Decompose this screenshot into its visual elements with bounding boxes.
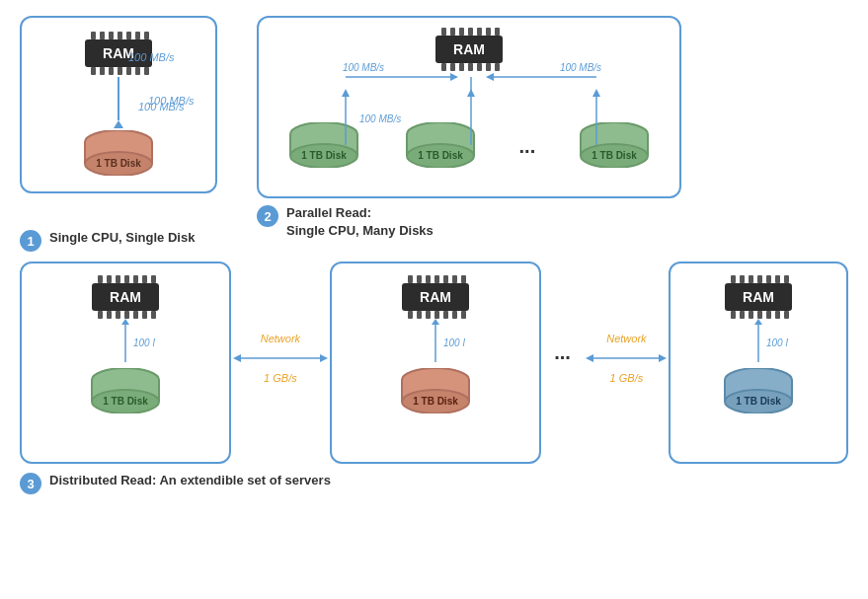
svg-rect-15 xyxy=(144,67,149,75)
diagram3-title: Distributed Read: An extendible set of s… xyxy=(49,472,331,489)
svg-rect-138 xyxy=(757,311,762,319)
svg-rect-103 xyxy=(452,275,457,283)
svg-rect-27 xyxy=(486,28,491,36)
svg-rect-113 xyxy=(461,311,466,319)
svg-rect-75 xyxy=(142,275,147,283)
svg-text:RAM: RAM xyxy=(110,289,141,305)
svg-text:1 TB Disk: 1 TB Disk xyxy=(96,158,141,169)
svg-text:1 TB Disk: 1 TB Disk xyxy=(736,396,781,407)
svg-rect-4 xyxy=(126,32,131,39)
svg-rect-14 xyxy=(135,67,140,75)
svg-rect-139 xyxy=(766,311,771,319)
server2-box: RAM 100 MB/s xyxy=(330,262,541,464)
svg-rect-73 xyxy=(124,275,129,283)
diagram3-section: RAM 100 MB/s xyxy=(20,262,848,494)
svg-rect-141 xyxy=(784,311,789,319)
disk-svg-3b: 1 TB Disk xyxy=(398,368,473,413)
svg-rect-128 xyxy=(749,275,753,283)
svg-rect-13 xyxy=(126,67,131,75)
svg-marker-97 xyxy=(320,354,328,362)
v-arrow-3a: 100 MB/s xyxy=(96,319,155,368)
svg-rect-136 xyxy=(740,311,745,319)
svg-rect-85 xyxy=(151,311,156,319)
svg-marker-124 xyxy=(586,354,593,362)
v-arrow-3c: 100 MB/s xyxy=(729,319,788,368)
svg-rect-12 xyxy=(118,67,122,75)
diagram1-section: RAM 100 xyxy=(20,16,217,252)
svg-rect-9 xyxy=(91,67,96,75)
svg-rect-81 xyxy=(116,311,120,319)
svg-text:RAM: RAM xyxy=(743,289,774,305)
svg-marker-87 xyxy=(121,319,129,325)
svg-rect-112 xyxy=(452,311,457,319)
svg-rect-24 xyxy=(459,28,464,36)
ram-chip-3b: RAM xyxy=(400,275,471,319)
svg-rect-126 xyxy=(731,275,736,283)
svg-rect-131 xyxy=(775,275,780,283)
v-arrow-3b: 100 MB/s xyxy=(406,319,465,368)
svg-rect-28 xyxy=(495,28,500,36)
svg-rect-2 xyxy=(109,32,114,39)
svg-text:100 MB/s: 100 MB/s xyxy=(560,62,601,73)
svg-rect-70 xyxy=(98,275,103,283)
svg-rect-10 xyxy=(100,67,105,75)
svg-rect-129 xyxy=(757,275,762,283)
svg-text:100 MB/s: 100 MB/s xyxy=(359,113,401,124)
svg-rect-11 xyxy=(109,67,114,75)
h-arrow-svg-1 xyxy=(231,348,330,368)
svg-text:RAM: RAM xyxy=(420,289,451,305)
svg-marker-42 xyxy=(486,73,494,81)
diagram3-boxes-row: RAM 100 MB/s xyxy=(20,262,848,464)
svg-rect-137 xyxy=(749,311,753,319)
svg-rect-76 xyxy=(151,275,156,283)
top-row: RAM 100 xyxy=(20,16,848,252)
svg-marker-143 xyxy=(754,319,762,325)
svg-rect-108 xyxy=(417,311,422,319)
dots-3: ... xyxy=(541,242,585,464)
diagram2-section: RAM 100 MB/s xyxy=(257,16,681,252)
diagram1-box: RAM 100 xyxy=(20,16,217,193)
diagram2-title: Parallel Read: Single CPU, Many Disks xyxy=(286,204,434,240)
diagram2-box: RAM 100 MB/s xyxy=(257,16,681,198)
disk-svg-3a: 1 TB Disk xyxy=(88,368,163,413)
svg-rect-80 xyxy=(107,311,112,319)
svg-marker-51 xyxy=(592,89,600,97)
main-container: RAM 100 xyxy=(0,0,868,599)
ram-chip-3c: RAM xyxy=(723,275,794,319)
svg-text:100 MB/s: 100 MB/s xyxy=(343,62,384,73)
arrow-up-1 xyxy=(114,77,123,128)
svg-rect-79 xyxy=(98,311,103,319)
svg-rect-83 xyxy=(133,311,138,319)
network-speed-1: 1 GB/s xyxy=(264,372,297,384)
diagram1-title: Single CPU, Single Disk xyxy=(49,229,195,247)
svg-marker-115 xyxy=(432,319,439,325)
svg-text:1 TB Disk: 1 TB Disk xyxy=(413,396,458,407)
svg-marker-49 xyxy=(467,89,475,97)
svg-rect-109 xyxy=(426,311,431,319)
svg-rect-104 xyxy=(461,275,466,283)
svg-text:100 MB/s: 100 MB/s xyxy=(443,337,465,348)
label-row-1: 1 Single CPU, Single Disk xyxy=(20,229,217,252)
svg-rect-3 xyxy=(118,32,122,39)
svg-rect-23 xyxy=(450,28,455,36)
network-speed-2: 1 GB/s xyxy=(610,372,644,384)
svg-rect-135 xyxy=(731,311,736,319)
svg-rect-101 xyxy=(434,275,439,283)
svg-text:100 MB/s: 100 MB/s xyxy=(766,337,788,348)
svg-rect-130 xyxy=(766,275,771,283)
svg-rect-26 xyxy=(477,28,482,36)
number-badge-2: 2 xyxy=(257,205,278,227)
number-badge-3: 3 xyxy=(20,473,41,494)
svg-rect-1 xyxy=(100,32,105,39)
svg-marker-125 xyxy=(659,354,667,362)
disk-svg-1: 1 TB Disk xyxy=(81,130,156,176)
svg-rect-100 xyxy=(426,275,431,283)
label-row-3: 3 Distributed Read: An extendible set of… xyxy=(20,472,848,494)
svg-rect-98 xyxy=(408,275,413,283)
disk-1: 1 TB Disk xyxy=(81,130,156,176)
svg-rect-107 xyxy=(408,311,413,319)
svg-rect-71 xyxy=(107,275,112,283)
svg-rect-25 xyxy=(468,28,473,36)
svg-rect-84 xyxy=(142,311,147,319)
network-label-2: Network xyxy=(606,333,646,344)
